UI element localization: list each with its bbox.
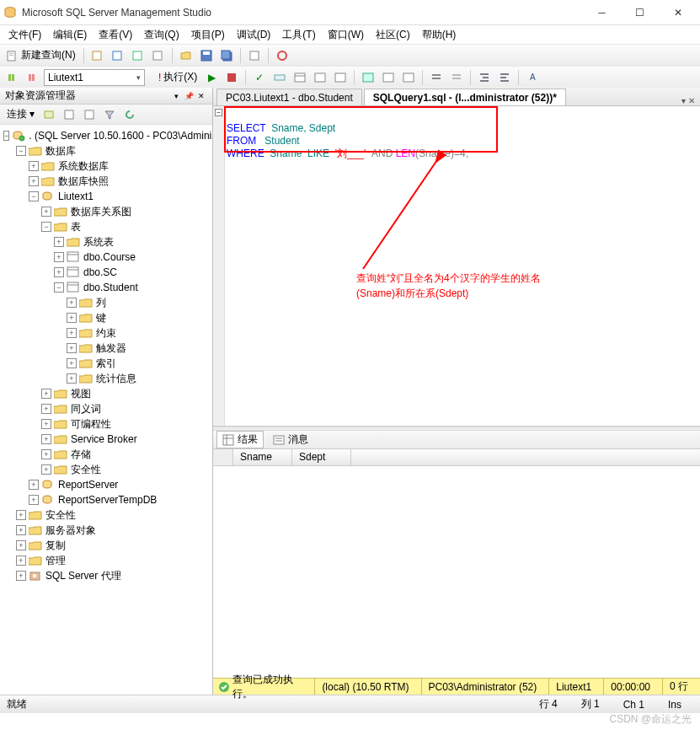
object-explorer-title: 对象资源管理器 [5,89,76,103]
menu-view[interactable]: 查看(V) [94,26,137,44]
messages-tab[interactable]: 消息 [267,431,314,448]
tree-liutext[interactable]: −Liutext1 [0,189,212,204]
tree-service-broker[interactable]: +Service Broker [0,432,212,447]
indent-button[interactable] [475,68,494,87]
database-combo[interactable]: Liutext1 [44,69,145,86]
results-tab[interactable]: 结果 [216,431,264,448]
tree-storage[interactable]: +存储 [0,447,212,462]
panel-dropdown-button[interactable]: ▾ [170,90,182,102]
status-ready: 就绪 [7,697,27,711]
tree-views[interactable]: +视图 [0,386,212,401]
panel-pin-button[interactable]: 📌 [183,90,195,102]
results-text-button[interactable] [379,68,398,87]
close-button[interactable]: ✕ [659,1,697,24]
object-tree[interactable]: −. (SQL Server 10.50.1600 - PC03\Adminis… [0,125,212,695]
oe-refresh-button[interactable] [120,105,139,124]
sql-editor[interactable]: − SELECT Sname, Sdept FROM Student WHERE… [213,106,700,427]
tb-btn-2[interactable] [109,46,127,65]
annotation-text: 查询姓“刘”且全名为4个汉字的学生的姓名 (Sname)和所在系(Sdept) [356,271,609,301]
menu-query[interactable]: 查询(Q) [139,26,184,44]
outdent-button[interactable] [495,68,514,87]
svg-rect-51 [274,436,284,444]
status-rows: 0 行 [662,679,695,695]
menu-edit[interactable]: 编辑(E) [48,26,92,44]
tree-sc[interactable]: +dbo.SC [0,265,212,280]
status-user: PC03\Administrator (52) [421,679,544,695]
tree-keys[interactable]: +键 [0,310,212,325]
tb-btn-4[interactable] [149,46,168,65]
tree-prog[interactable]: +可编程性 [0,416,212,432]
menu-window[interactable]: 窗口(W) [323,26,369,44]
stop-button[interactable] [222,68,241,87]
new-query-button[interactable]: 新建查询(N) [3,48,79,62]
tree-snapshot[interactable]: +数据库快照 [0,174,212,189]
menu-help[interactable]: 帮助(H) [417,26,462,44]
tree-stats[interactable]: +统计信息 [0,371,212,386]
save-all-button[interactable] [217,46,236,65]
tree-synonyms[interactable]: +同义词 [0,401,212,416]
minimize-button[interactable]: ─ [583,1,621,24]
parse-button[interactable]: ✓ [250,68,269,87]
uncomment-button[interactable] [447,68,466,87]
svg-rect-6 [133,51,142,60]
tree-agent[interactable]: +SQL Server 代理 [0,568,212,583]
comment-button[interactable] [427,68,446,87]
menu-project[interactable]: 项目(P) [186,26,230,44]
tree-student[interactable]: −dbo.Student [0,280,212,295]
oe-filter-button[interactable] [100,105,119,124]
tree-triggers[interactable]: +触发器 [0,341,212,356]
tree-course[interactable]: +dbo.Course [0,250,212,265]
tb2-btn-1[interactable] [3,68,22,87]
save-button[interactable] [197,46,216,65]
tb2-btn-e[interactable]: A [523,68,542,87]
oe-btn-3[interactable] [80,105,99,124]
tree-replication[interactable]: +复制 [0,538,212,553]
tree-db-security[interactable]: +安全性 [0,462,212,477]
oe-btn-2[interactable] [60,105,78,124]
fold-icon[interactable]: − [215,109,222,116]
svg-rect-22 [315,73,325,82]
svg-rect-39 [67,267,78,276]
tree-sysdb[interactable]: +系统数据库 [0,158,212,174]
oe-btn-1[interactable] [40,105,58,124]
tree-security[interactable]: +安全性 [0,507,212,523]
tree-manage[interactable]: +管理 [0,553,212,568]
tree-tables[interactable]: −表 [0,219,212,234]
menu-community[interactable]: 社区(C) [371,26,415,44]
tree-diagram[interactable]: +数据库关系图 [0,204,212,219]
open-button[interactable] [177,46,195,65]
tb-btn-1[interactable] [88,46,107,65]
results-file-button[interactable] [399,68,418,87]
tree-constraints[interactable]: +约束 [0,325,212,341]
menu-debug[interactable]: 调试(D) [232,26,276,44]
debug-button[interactable]: ▶ [202,68,221,87]
tab-student[interactable]: PC03.Liutext1 - dbo.Student [216,89,362,105]
execute-button[interactable]: ! 执行(X) [155,70,200,84]
tb-btn-3[interactable] [129,46,147,65]
tree-indexes[interactable]: +索引 [0,356,212,371]
tb2-btn-b[interactable] [291,68,309,87]
tb2-btn-c[interactable] [311,68,329,87]
tree-root[interactable]: −. (SQL Server 10.50.1600 - PC03\Adminis… [0,128,212,143]
tb2-btn-2[interactable] [24,68,42,87]
tab-query[interactable]: SQLQuery1.sql - (l...dministrator (52))* [364,89,566,105]
tree-columns[interactable]: +列 [0,295,212,310]
tree-systables[interactable]: +系统表 [0,234,212,250]
tree-reportservertemp[interactable]: +ReportServerTempDB [0,492,212,507]
connect-button[interactable]: 连接 ▾ [3,107,38,121]
tabstrip-menu[interactable]: ▾ ✕ [676,96,700,105]
tb-btn-nav[interactable] [245,46,264,65]
panel-close-button[interactable]: ✕ [195,90,207,102]
tree-serverobj[interactable]: +服务器对象 [0,523,212,538]
grid-col-sdept[interactable]: Sdept [292,449,351,465]
results-grid-button[interactable] [359,68,377,87]
tb2-btn-a[interactable] [270,68,289,87]
tree-databases[interactable]: −数据库 [0,143,212,158]
menu-file[interactable]: 文件(F) [3,26,46,44]
tb2-btn-d[interactable] [331,68,350,87]
grid-col-sname[interactable]: Sname [233,449,292,465]
menu-tools[interactable]: 工具(T) [277,26,320,44]
activity-icon[interactable] [273,46,291,65]
maximize-button[interactable]: ☐ [621,1,659,24]
tree-reportserver[interactable]: +ReportServer [0,477,212,492]
